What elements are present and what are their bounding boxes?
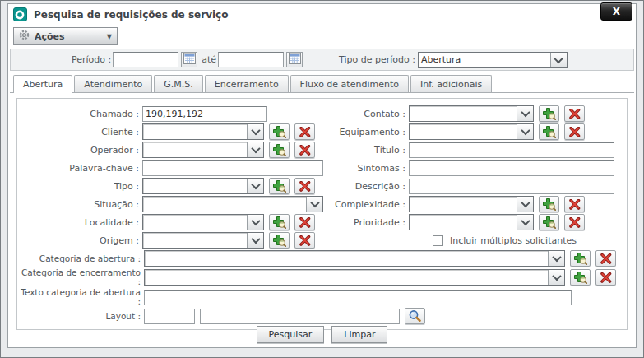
form-row-sintomas: Sintomas : — [325, 160, 627, 176]
form-row-situacao: Situação : — [17, 196, 325, 212]
gear-icon — [19, 30, 30, 43]
equipamento-add-button[interactable] — [539, 123, 559, 140]
origem-add-button[interactable] — [269, 232, 290, 249]
categoria-de-encerramento-select[interactable] — [144, 269, 565, 286]
select-value — [143, 233, 247, 248]
chevron-down-icon[interactable] — [548, 251, 564, 266]
period-to-calendar-button[interactable] — [286, 52, 303, 67]
categoria-de-abertura-clear-button[interactable] — [595, 250, 616, 267]
chevron-down-icon[interactable] — [306, 197, 322, 212]
contato-add-button[interactable] — [539, 105, 559, 122]
field-label: Cliente : — [17, 128, 142, 137]
field-label: Equipamento : — [325, 128, 409, 137]
chevron-down-icon[interactable] — [517, 215, 533, 230]
localidade-select[interactable] — [142, 214, 264, 230]
period-from-calendar-button[interactable] — [181, 52, 197, 67]
chevron-down-icon[interactable] — [247, 142, 263, 157]
calendar-icon — [289, 53, 301, 67]
contato-select[interactable] — [409, 105, 534, 122]
descricao-input[interactable] — [409, 179, 614, 194]
add-search-icon — [272, 216, 286, 229]
layout-code-input[interactable] — [144, 309, 195, 324]
chevron-down-icon[interactable] — [550, 53, 567, 67]
tab-g-m-s[interactable]: G.M.S. — [154, 75, 203, 92]
tab-fluxo-de-atendimento[interactable]: Fluxo de atendimento — [290, 75, 409, 92]
complexidade-clear-button[interactable] — [564, 196, 585, 212]
tab-inf-adicionais[interactable]: Inf. adicionais — [410, 75, 492, 92]
tab-atendimento[interactable]: Atendimento — [74, 75, 152, 92]
categoria-de-abertura-select[interactable] — [144, 250, 565, 267]
cliente-select[interactable] — [142, 123, 264, 140]
prioridade-select[interactable] — [409, 214, 534, 230]
chevron-down-icon[interactable] — [548, 270, 564, 285]
chevron-down-icon[interactable] — [517, 106, 533, 121]
form-row-tipo: Tipo : — [17, 178, 325, 194]
contato-clear-button[interactable] — [564, 105, 585, 122]
field-label: Sintomas : — [325, 164, 409, 173]
select-value — [143, 215, 247, 230]
chevron-down-icon[interactable] — [247, 215, 263, 230]
field-label: Categoria de encerramento : — [17, 268, 144, 286]
chevron-down-icon[interactable] — [247, 124, 263, 139]
cliente-clear-button[interactable] — [294, 123, 315, 140]
search-button[interactable]: Pesquisar — [257, 326, 325, 343]
app-icon — [13, 7, 27, 21]
period-from-input[interactable] — [113, 52, 178, 67]
add-search-icon — [272, 143, 286, 156]
chevron-down-icon[interactable] — [247, 179, 263, 193]
origem-select[interactable] — [142, 232, 264, 249]
select-value — [410, 106, 517, 121]
period-type-select[interactable]: Abertura — [418, 52, 568, 68]
actions-menu-button[interactable]: Ações ▼ — [13, 27, 118, 45]
select-value — [145, 270, 548, 285]
operador-select[interactable] — [142, 142, 264, 158]
equipamento-select[interactable] — [409, 123, 534, 140]
prioridade-clear-button[interactable] — [564, 214, 585, 230]
add-search-icon — [542, 107, 556, 120]
origem-clear-button[interactable] — [294, 232, 315, 249]
dialog: Pesquisa de requisições de serviço Ações… — [7, 3, 637, 348]
palavra-chave-input[interactable] — [142, 160, 323, 176]
operador-clear-button[interactable] — [294, 142, 315, 158]
localidade-clear-button[interactable] — [294, 214, 315, 230]
texto-categoria-de-abertura-input[interactable] — [144, 290, 572, 305]
tab-abertura[interactable]: Abertura — [13, 75, 72, 93]
prioridade-add-button[interactable] — [539, 214, 559, 230]
select-value — [410, 215, 517, 230]
categoria-de-encerramento-clear-button[interactable] — [595, 269, 616, 286]
categoria-de-abertura-add-button[interactable] — [570, 250, 591, 267]
form-row-descricao: Descrição : — [325, 178, 627, 194]
period-to-input[interactable] — [218, 52, 284, 67]
incluir-multiplos-solicitantes-checkbox[interactable] — [433, 235, 443, 246]
chamado-input[interactable] — [142, 106, 267, 122]
titulo-input[interactable] — [409, 142, 614, 158]
categoria-de-encerramento-add-button[interactable] — [570, 269, 591, 286]
tipo-add-button[interactable] — [269, 178, 290, 194]
add-search-icon — [272, 125, 286, 138]
localidade-add-button[interactable] — [269, 214, 290, 230]
operador-add-button[interactable] — [269, 142, 290, 158]
cliente-add-button[interactable] — [269, 123, 290, 140]
chevron-down-icon[interactable] — [517, 124, 533, 139]
complexidade-select[interactable] — [409, 196, 534, 212]
layout-search-button[interactable] — [405, 308, 425, 324]
until-label: até — [202, 54, 216, 65]
field-label: Prioridade : — [325, 218, 409, 227]
equipamento-clear-button[interactable] — [564, 123, 585, 140]
complexidade-add-button[interactable] — [539, 196, 559, 212]
footer: Pesquisar Limpar — [8, 326, 636, 343]
situacao-select[interactable] — [142, 196, 323, 212]
clear-x-icon — [568, 217, 581, 228]
clear-x-icon — [600, 272, 612, 283]
clear-button[interactable]: Limpar — [331, 326, 387, 343]
form-row-categoria-de-abertura: Categoria de abertura : — [17, 250, 627, 267]
sintomas-input[interactable] — [409, 160, 614, 176]
tipo-select[interactable] — [142, 178, 264, 194]
tipo-clear-button[interactable] — [294, 178, 315, 194]
chevron-down-icon[interactable] — [517, 197, 533, 212]
close-button[interactable]: X — [600, 2, 632, 21]
layout-name-input[interactable] — [200, 309, 400, 324]
chevron-down-icon[interactable] — [247, 233, 263, 248]
add-search-icon — [542, 125, 556, 138]
tab-encerramento[interactable]: Encerramento — [205, 75, 289, 92]
